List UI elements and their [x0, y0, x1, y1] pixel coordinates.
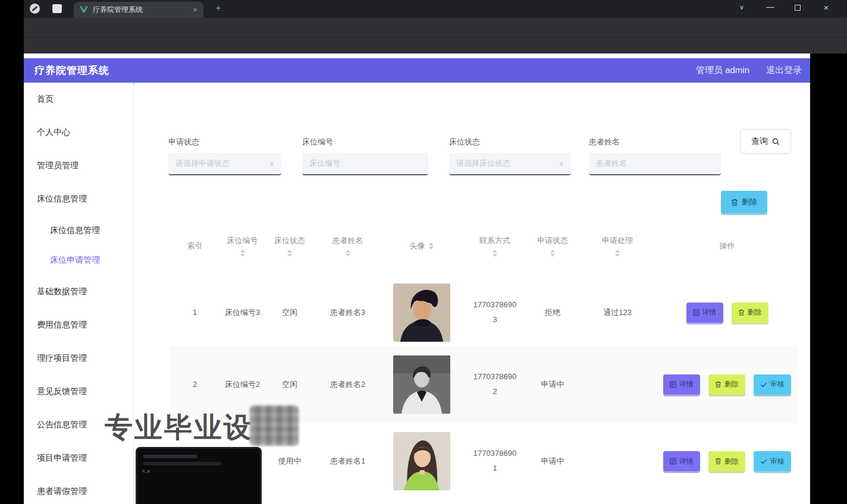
col-header-avatar[interactable]: 头像 — [410, 241, 434, 251]
avatar — [393, 284, 450, 342]
cell-patient-name: 患者姓名3 — [330, 307, 365, 318]
document-icon — [670, 458, 676, 465]
tab-close-icon[interactable]: × — [193, 5, 197, 14]
col-header-contact[interactable]: 联系方式 — [479, 235, 510, 257]
filter-label-apply-status: 申请状态 — [168, 137, 199, 147]
sidebar-item-profile[interactable]: 个人中心 — [24, 116, 133, 149]
window-close-button[interactable]: × — [820, 2, 833, 12]
detail-button[interactable]: 详情 — [686, 303, 723, 323]
sort-icon[interactable] — [615, 250, 620, 257]
trash-icon — [715, 381, 721, 388]
sidebar-item-home[interactable]: 首页 — [24, 83, 133, 116]
filter-select-bed-status[interactable]: 请选择床位状态 ∨ — [449, 153, 571, 175]
col-header-label: 床位状态 — [274, 235, 305, 246]
col-header-apply-result[interactable]: 申请处理 — [602, 235, 633, 257]
audit-button-label: 审核 — [770, 456, 785, 467]
sidebar-item-bed-info-mgmt[interactable]: 床位信息管理 — [24, 216, 133, 245]
sidebar-item-admin-mgmt[interactable]: 管理员管理 — [24, 149, 133, 182]
col-header-operation: 操作 — [720, 241, 735, 251]
overlay-line — [143, 462, 221, 465]
blurred-mosaic-overlay — [250, 405, 299, 446]
sidebar-item-label: 首页 — [37, 94, 54, 105]
delete-button[interactable]: 删除 — [708, 451, 745, 471]
col-header-label: 床位编号 — [227, 235, 258, 246]
sidebar-item-label: 床位申请管理 — [50, 255, 100, 266]
col-header-bed-no[interactable]: 床位编号 — [227, 235, 258, 257]
sidebar-item-bed-info-mgmt-parent[interactable]: 床位信息管理 — [24, 182, 133, 216]
sidebar-item-basic-data-mgmt[interactable]: 基础数据管理 — [24, 275, 133, 308]
col-header-apply-status[interactable]: 申请状态 — [537, 235, 568, 257]
audit-button[interactable]: 审核 — [754, 451, 791, 471]
delete-button[interactable]: 删除 — [732, 303, 768, 323]
cell-apply-result: 通过123 — [603, 307, 632, 318]
batch-delete-label: 删除 — [742, 197, 757, 207]
sidebar-item-patient-leave-mgmt[interactable]: 患者请假管理 — [24, 475, 133, 504]
logout-button[interactable]: 退出登录 — [766, 65, 802, 76]
window-chevron-icon[interactable]: ∨ — [735, 4, 748, 11]
delete-button[interactable]: 删除 — [708, 374, 745, 395]
pinned-app-icon[interactable] — [30, 4, 40, 14]
avatar — [393, 355, 450, 414]
capture-black-strip-right — [810, 53, 847, 504]
chevron-down-icon: ∨ — [269, 160, 274, 168]
sidebar-item-project-apply-mgmt[interactable]: 项目申请管理 — [24, 442, 133, 475]
screen-recording-laptop-overlay: n_m — [136, 447, 262, 504]
trash-icon — [731, 199, 738, 206]
sidebar-item-label: 公告信息管理 — [37, 420, 87, 430]
audit-button[interactable]: 审核 — [754, 374, 791, 395]
sort-icon[interactable] — [429, 242, 434, 250]
cell-bed-status: 空闲 — [282, 307, 297, 318]
sidebar-item-label: 费用信息管理 — [37, 320, 87, 330]
sidebar-item-label: 床位信息管理 — [50, 225, 100, 236]
detail-button[interactable]: 详情 — [663, 374, 700, 395]
col-header-index[interactable]: 索引 — [187, 241, 203, 251]
col-header-label: 索引 — [187, 241, 203, 251]
sidebar-item-label: 患者请假管理 — [37, 486, 87, 497]
app-title: 疗养院管理系统 — [34, 64, 109, 77]
sort-icon[interactable] — [550, 250, 555, 257]
filter-label-patient-name: 患者姓名 — [589, 137, 620, 147]
new-tab-button[interactable]: + — [212, 3, 225, 14]
sort-icon[interactable] — [492, 250, 497, 257]
tab-title: 疗养院管理系统 — [93, 5, 188, 15]
cell-apply-status: 申请中 — [541, 456, 564, 467]
pinned-window-icon[interactable] — [52, 4, 62, 13]
document-icon — [693, 309, 699, 316]
col-header-bed-status[interactable]: 床位状态 — [274, 235, 305, 257]
detail-button[interactable]: 详情 — [663, 451, 700, 471]
browser-tab[interactable]: 疗养院管理系统 × — [74, 2, 203, 18]
sidebar-item-feedback-mgmt[interactable]: 意见反馈管理 — [24, 375, 133, 408]
window-maximize-button[interactable] — [791, 5, 804, 11]
delete-button-label: 删除 — [724, 379, 739, 389]
trash-icon — [738, 309, 745, 316]
cell-contact: 17703786901 — [473, 446, 517, 475]
document-icon — [670, 381, 676, 388]
sidebar-item-label: 个人中心 — [37, 127, 70, 138]
avatar — [393, 432, 450, 490]
audit-button-label: 审核 — [770, 379, 785, 389]
cell-bed-status: 空闲 — [282, 379, 297, 390]
detail-button-label: 详情 — [679, 456, 694, 467]
sort-icon[interactable] — [240, 250, 245, 257]
col-header-label: 患者姓名 — [332, 235, 363, 246]
placeholder-text: 患者姓名 — [596, 158, 714, 169]
col-header-label: 申请处理 — [602, 235, 633, 246]
sidebar-item-label: 项目申请管理 — [37, 453, 87, 464]
app-header: 疗养院管理系统 管理员 admin 退出登录 — [24, 58, 810, 83]
filter-input-bed-no[interactable]: 床位编号 — [302, 153, 428, 175]
sidebar-item-physio-project-mgmt[interactable]: 理疗项目管理 — [24, 342, 133, 375]
col-header-label: 操作 — [720, 241, 735, 251]
col-header-patient-name[interactable]: 患者姓名 — [332, 235, 363, 257]
filter-input-patient-name[interactable]: 患者姓名 — [589, 153, 721, 175]
cell-patient-name: 患者姓名1 — [330, 456, 365, 467]
batch-delete-button[interactable]: 删除 — [721, 191, 767, 213]
sort-icon[interactable] — [346, 250, 350, 257]
current-user-label: 管理员 admin — [696, 65, 749, 76]
filter-select-apply-status[interactable]: 请选择申请状态 ∨ — [168, 153, 281, 175]
sidebar-item-bed-apply-mgmt[interactable]: 床位申请管理 — [24, 245, 133, 275]
sidebar-item-fee-info-mgmt[interactable]: 费用信息管理 — [24, 308, 133, 342]
window-minimize-button[interactable]: — — [764, 2, 777, 11]
search-button[interactable]: 查询 — [740, 129, 791, 154]
sort-icon[interactable] — [287, 250, 292, 257]
table-header-row: 索引 床位编号 床位状态 患者姓名 头像 联系方式 申请状态 申请处理 操作 — [170, 228, 797, 264]
